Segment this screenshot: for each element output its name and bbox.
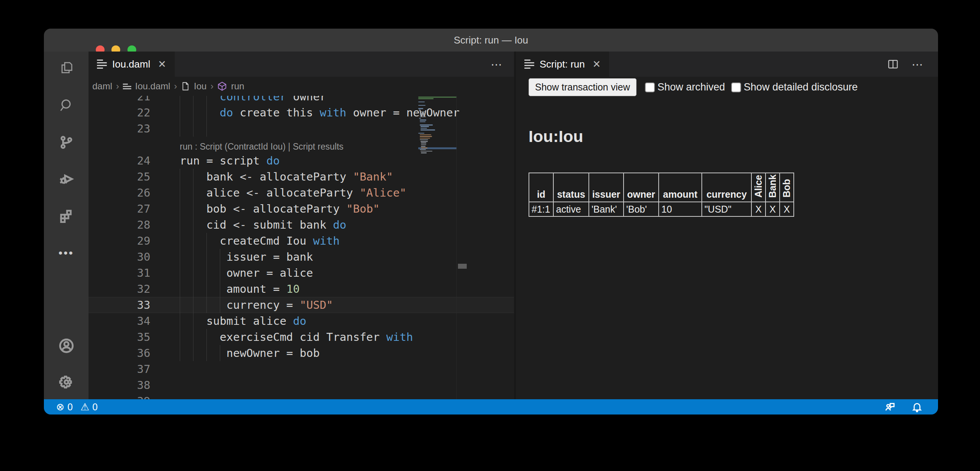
show-archived-checkbox[interactable]: [645, 82, 655, 92]
account-icon[interactable]: [44, 332, 89, 360]
more-views-icon[interactable]: •••: [44, 239, 89, 267]
minimap-line: [421, 146, 426, 147]
statusbar-right: [884, 401, 923, 413]
code-text: alice <- allocateParty "Alice": [180, 185, 406, 201]
breadcrumb-file[interactable]: Iou.daml: [135, 81, 170, 92]
close-tab-icon[interactable]: ✕: [593, 58, 601, 70]
breadcrumb-module[interactable]: Iou: [194, 81, 206, 92]
code-token: bob <- allocateParty: [180, 202, 347, 215]
more-actions-icon[interactable]: ⋯: [912, 58, 924, 71]
table-party-header: Alice: [751, 173, 766, 202]
scrollbar-slider[interactable]: [458, 264, 467, 269]
code-line[interactable]: 35 exerciseCmd cid Transfer with: [89, 329, 514, 345]
minimap[interactable]: [418, 97, 456, 173]
minimap-line: [420, 139, 428, 140]
notifications-bell-icon[interactable]: [911, 401, 923, 413]
minimap-line: [421, 152, 427, 153]
search-icon[interactable]: [44, 92, 89, 119]
close-tab-icon[interactable]: ✕: [158, 58, 166, 70]
code-line[interactable]: 37: [89, 361, 514, 377]
code-line[interactable]: 31 owner = alice: [89, 265, 514, 281]
error-icon: ⊗: [56, 399, 64, 415]
code-line[interactable]: 29 createCmd Iou with: [89, 233, 514, 249]
minimap-line: [420, 138, 430, 139]
extensions-icon[interactable]: [44, 202, 89, 230]
line-number: 28: [89, 217, 150, 233]
file-icon: [181, 81, 190, 92]
right-editor-actions: ⋯: [887, 52, 924, 77]
tab-label: Iou.daml: [112, 58, 150, 70]
window-title: Script: run — Iou: [44, 29, 938, 52]
indent-guide: [180, 121, 180, 137]
run-debug-icon[interactable]: [44, 165, 89, 193]
table-cell: active: [553, 202, 589, 216]
breadcrumb-folder[interactable]: daml: [92, 81, 112, 92]
titlebar: Script: run — Iou: [44, 29, 938, 52]
split-editor-icon[interactable]: [887, 58, 899, 70]
tab-iou-daml[interactable]: Iou.daml ✕: [89, 52, 175, 77]
table-cell: 'Bob': [624, 202, 659, 216]
left-tab-bar: Iou.daml ✕ ⋯: [89, 52, 514, 77]
code-token: with: [386, 331, 413, 344]
chevron-right-icon: ›: [174, 81, 177, 92]
code-editor[interactable]: 21 controller owner22 do create this wit…: [89, 96, 514, 399]
code-line[interactable]: 33 currency = "USD": [89, 297, 514, 313]
code-token: with: [313, 234, 340, 247]
code-line[interactable]: 28 cid <- submit bank do: [89, 217, 514, 233]
code-token: owner: [286, 96, 326, 103]
code-line[interactable]: 39: [89, 393, 514, 399]
code-text: createCmd Iou with: [180, 233, 340, 249]
code-line[interactable]: 38: [89, 377, 514, 393]
tab-label: Script: run: [540, 58, 585, 70]
show-transaction-view-button[interactable]: Show transaction view: [529, 78, 637, 96]
feedback-icon[interactable]: [884, 401, 896, 413]
minimap-line: [419, 118, 421, 119]
code-token: newOwner = bob: [180, 347, 320, 360]
line-number: 37: [89, 361, 150, 377]
code-line[interactable]: 32 amount = 10: [89, 281, 514, 297]
minimap-line: [421, 141, 428, 142]
minimap-line: [418, 97, 456, 98]
line-number: 39: [89, 393, 150, 399]
editor-scrollbar[interactable]: [456, 96, 468, 399]
line-number: 24: [89, 153, 150, 169]
code-token: [180, 106, 220, 119]
minimap-line: [421, 151, 432, 152]
indent-guide: [193, 121, 193, 137]
settings-gear-icon[interactable]: [44, 368, 89, 396]
minimap-line: [420, 111, 426, 113]
table-party-header: Bank: [766, 173, 780, 202]
problems-status[interactable]: ⊗ 0 ⚠ 0: [56, 399, 98, 415]
tab-script-run[interactable]: Script: run ✕: [516, 52, 609, 77]
breadcrumb-symbol[interactable]: run: [231, 81, 244, 92]
code-token: "USD": [300, 298, 333, 311]
explorer-icon[interactable]: [44, 55, 89, 82]
minimap-line: [421, 128, 427, 129]
line-number: 27: [89, 201, 150, 217]
code-line[interactable]: 34 submit alice do: [89, 313, 514, 329]
more-actions-icon[interactable]: ⋯: [491, 58, 503, 71]
show-detailed-disclosure-checkbox[interactable]: [731, 82, 741, 92]
code-token: run = script: [180, 154, 266, 167]
table-cell: 10: [659, 202, 702, 216]
code-text: exerciseCmd cid Transfer with: [180, 329, 413, 345]
code-line[interactable]: 27 bob <- allocateParty "Bob": [89, 201, 514, 217]
minimap-line: [418, 133, 424, 134]
table-column-header: amount: [659, 173, 702, 202]
party-column-label: Bank: [767, 174, 778, 198]
code-line[interactable]: 30 issuer = bank: [89, 249, 514, 265]
codelens-text[interactable]: run : Script (ContractId Iou) | Script r…: [180, 142, 343, 152]
code-token: 10: [286, 282, 300, 295]
code-line[interactable]: 36 newOwner = bob: [89, 345, 514, 361]
code-line[interactable]: 26 alice <- allocateParty "Alice": [89, 185, 514, 201]
source-control-icon[interactable]: [44, 129, 89, 156]
line-number: 26: [89, 185, 150, 201]
code-text: cid <- submit bank do: [180, 217, 347, 233]
code-token: "Bob": [347, 202, 380, 215]
chevron-right-icon: ›: [116, 81, 119, 92]
minimap-line: [421, 144, 426, 145]
code-token: do: [266, 154, 280, 167]
line-number: 22: [89, 105, 150, 121]
minimap-line: [418, 98, 434, 99]
show-archived-label: Show archived: [658, 81, 725, 93]
